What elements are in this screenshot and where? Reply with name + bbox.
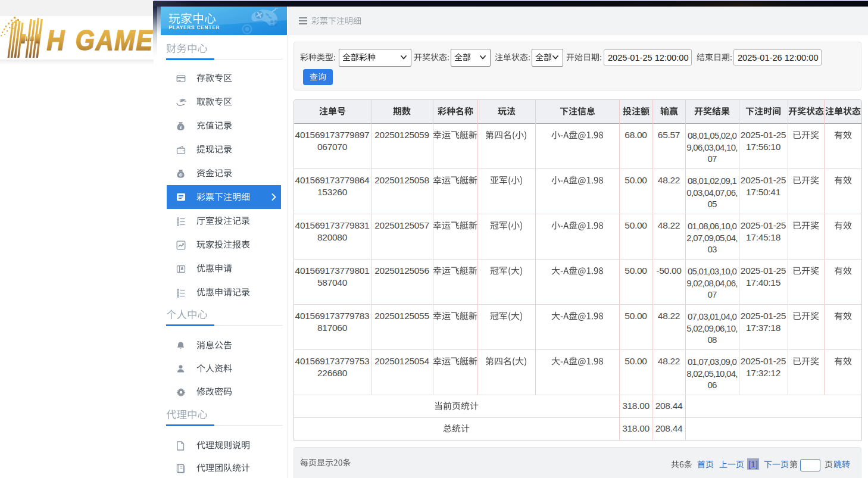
svg-text:GAMES: GAMES	[76, 24, 154, 57]
svg-text:H: H	[47, 24, 66, 57]
